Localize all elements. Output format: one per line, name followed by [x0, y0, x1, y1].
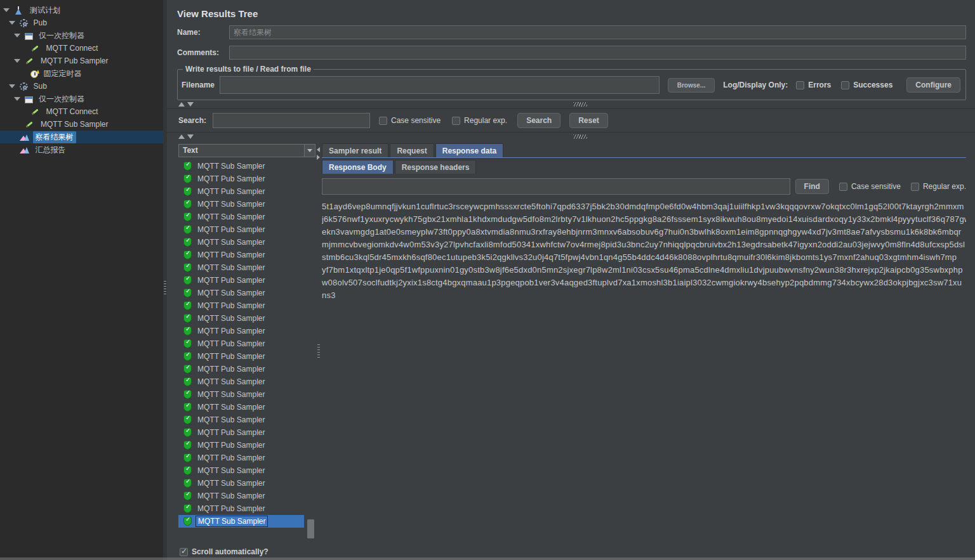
- tree-item[interactable]: 察看结果树: [0, 131, 163, 143]
- comments-input[interactable]: [229, 46, 966, 60]
- success-shield-icon: [183, 428, 192, 437]
- tree-item[interactable]: 汇总报告: [0, 143, 163, 156]
- success-shield-icon: [183, 365, 192, 374]
- sampler-result-row[interactable]: MQTT Pub Sampler: [178, 173, 304, 185]
- splitter-grip[interactable]: [317, 344, 320, 358]
- sampler-result-label: MQTT Pub Sampler: [196, 275, 267, 285]
- sampler-result-row[interactable]: MQTT Pub Sampler: [178, 299, 304, 312]
- tree-item[interactable]: 测试计划: [0, 4, 163, 16]
- sampler-result-row[interactable]: MQTT Pub Sampler: [178, 185, 304, 198]
- search-input[interactable]: [213, 113, 370, 128]
- sampler-result-row[interactable]: MQTT Sub Sampler: [178, 515, 304, 528]
- sampler-result-row[interactable]: MQTT Pub Sampler: [178, 274, 304, 287]
- sampler-result-label: MQTT Sub Sampler: [196, 466, 267, 476]
- success-shield-icon: [183, 263, 192, 272]
- sampler-result-row[interactable]: MQTT Sub Sampler: [178, 211, 304, 223]
- tree-item-label: Pub: [31, 18, 50, 28]
- expand-arrow-icon[interactable]: [9, 84, 20, 88]
- sampler-result-label: MQTT Pub Sampler: [196, 174, 267, 184]
- sampler-result-row[interactable]: MQTT Pub Sampler: [178, 363, 304, 375]
- collapse-right-icon[interactable]: [317, 155, 320, 160]
- find-case-sensitive-checkbox[interactable]: [839, 183, 847, 191]
- sampler-result-row[interactable]: MQTT Pub Sampler: [178, 337, 304, 350]
- sampler-result-row[interactable]: MQTT Pub Sampler: [178, 249, 304, 261]
- sampler-result-row[interactable]: MQTT Sub Sampler: [178, 198, 304, 211]
- view-mode-dropdown-icon[interactable]: [305, 144, 315, 157]
- collapse-down-icon[interactable]: [187, 102, 194, 107]
- sidebar-splitter[interactable]: [163, 0, 167, 560]
- sampler-result-row[interactable]: MQTT Pub Sampler: [178, 350, 304, 363]
- test-plan-tree[interactable]: 测试计划 Pub 仅一次控制器 MQTT Connect MQTT Pub Sa…: [0, 0, 163, 560]
- filename-input[interactable]: [220, 76, 660, 94]
- tab-request[interactable]: Request: [390, 143, 434, 157]
- scroll-automatically-checkbox[interactable]: [180, 548, 188, 556]
- sampler-result-row[interactable]: MQTT Pub Sampler: [178, 502, 304, 515]
- tab-response-headers[interactable]: Response headers: [395, 160, 477, 174]
- search-button[interactable]: Search: [517, 113, 560, 128]
- tree-item[interactable]: Pub: [0, 16, 163, 29]
- success-shield-icon: [183, 225, 192, 234]
- browse-button[interactable]: Browse...: [668, 78, 715, 93]
- sampler-result-row[interactable]: MQTT Pub Sampler: [178, 223, 304, 236]
- sampler-result-row[interactable]: MQTT Pub Sampler: [178, 426, 304, 439]
- splitter-grip[interactable]: [164, 280, 166, 294]
- find-regular-exp-checkbox[interactable]: [911, 183, 919, 191]
- tab-response-data[interactable]: Response data: [435, 143, 503, 157]
- view-mode-select[interactable]: Text: [178, 144, 305, 157]
- expand-arrow-icon[interactable]: [14, 59, 25, 63]
- response-body-line: j6k576nwf1yxuxrycwykh75gbx21xmhla1khdxmd…: [322, 213, 966, 226]
- reset-button[interactable]: Reset: [569, 113, 608, 128]
- list-scrollbar-thumb[interactable]: [307, 519, 314, 538]
- sampler-result-row[interactable]: MQTT Sub Sampler: [178, 413, 304, 426]
- sampler-result-row[interactable]: MQTT Pub Sampler: [178, 325, 304, 337]
- tree-item[interactable]: MQTT Sub Sampler: [0, 118, 163, 131]
- tab-response-body[interactable]: Response Body: [322, 160, 394, 174]
- expand-arrow-icon[interactable]: [14, 34, 25, 37]
- name-input[interactable]: [229, 25, 966, 39]
- expand-arrow-icon[interactable]: [9, 21, 20, 25]
- errors-checkbox[interactable]: [796, 81, 804, 89]
- tree-item[interactable]: MQTT Pub Sampler: [0, 55, 163, 67]
- find-input[interactable]: [322, 178, 790, 195]
- collapse-up-icon[interactable]: [178, 134, 185, 139]
- sampler-result-row[interactable]: MQTT Sub Sampler: [178, 375, 304, 388]
- list-splitter[interactable]: [315, 143, 322, 560]
- sampler-result-row[interactable]: MQTT Sub Sampler: [178, 477, 304, 490]
- tree-item[interactable]: 仅一次控制器: [0, 29, 163, 42]
- tree-item[interactable]: Sub: [0, 80, 163, 93]
- sampler-result-row[interactable]: MQTT Sub Sampler: [178, 261, 304, 274]
- collapse-left-icon[interactable]: [317, 147, 320, 152]
- tab-sampler-result[interactable]: Sampler result: [322, 143, 388, 157]
- search-regular-exp-checkbox[interactable]: [452, 117, 460, 125]
- tree-node-icon: [25, 33, 33, 40]
- sampler-result-row[interactable]: MQTT Sub Sampler: [178, 160, 304, 173]
- tree-item[interactable]: MQTT Connect: [0, 105, 163, 118]
- sampler-results-list[interactable]: MQTT Sub Sampler MQTT Pub Sampler MQTT P…: [178, 160, 315, 544]
- sampler-result-row[interactable]: MQTT Sub Sampler: [178, 388, 304, 401]
- expand-arrow-icon[interactable]: [3, 8, 14, 12]
- expand-arrow-icon[interactable]: [14, 97, 25, 101]
- sampler-result-row[interactable]: MQTT Sub Sampler: [178, 464, 304, 477]
- configure-button[interactable]: Configure: [906, 77, 960, 93]
- sampler-result-row[interactable]: MQTT Pub Sampler: [178, 439, 304, 452]
- splitter-grip[interactable]: [573, 102, 587, 107]
- sampler-result-row[interactable]: MQTT Sub Sampler: [178, 490, 304, 502]
- find-button[interactable]: Find: [795, 179, 829, 194]
- search-case-sensitive-checkbox[interactable]: [379, 117, 387, 125]
- splitter-middle[interactable]: [167, 133, 975, 141]
- sampler-result-row[interactable]: MQTT Sub Sampler: [178, 312, 304, 325]
- sampler-result-row[interactable]: MQTT Sub Sampler: [178, 401, 304, 413]
- splitter-grip[interactable]: [573, 134, 587, 139]
- sampler-result-row[interactable]: MQTT Sub Sampler: [178, 287, 304, 299]
- successes-checkbox[interactable]: [841, 81, 849, 89]
- tree-item[interactable]: MQTT Connect: [0, 42, 163, 55]
- collapse-down-icon[interactable]: [187, 134, 194, 139]
- tree-item[interactable]: 仅一次控制器: [0, 93, 163, 105]
- response-body-text[interactable]: 5t1ayd6vep8umnqfjjvkun1cuflrtuc3rsceywcp…: [322, 200, 966, 560]
- sampler-result-row[interactable]: MQTT Sub Sampler: [178, 236, 304, 249]
- collapse-up-icon[interactable]: [178, 102, 185, 107]
- splitter-top[interactable]: [167, 100, 975, 108]
- tree-item[interactable]: 固定定时器: [0, 67, 163, 80]
- sampler-result-row[interactable]: MQTT Pub Sampler: [178, 452, 304, 464]
- sampler-result-label: MQTT Pub Sampler: [196, 250, 267, 260]
